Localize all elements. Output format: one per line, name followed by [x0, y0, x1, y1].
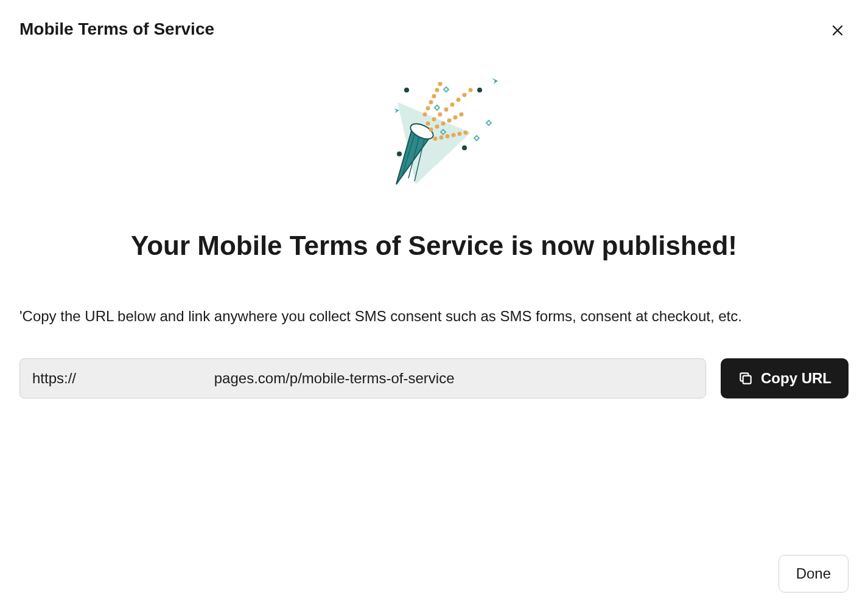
- svg-point-19: [426, 106, 430, 111]
- svg-point-30: [404, 88, 409, 92]
- svg-point-31: [477, 88, 482, 92]
- svg-point-13: [435, 125, 439, 129]
- svg-point-28: [458, 132, 462, 136]
- copy-url-button[interactable]: Copy URL: [721, 358, 849, 398]
- svg-point-17: [460, 113, 464, 117]
- svg-point-10: [463, 93, 467, 97]
- svg-point-7: [444, 108, 449, 112]
- svg-point-5: [432, 117, 436, 122]
- svg-point-12: [429, 128, 433, 132]
- close-icon: [829, 22, 846, 39]
- svg-point-9: [457, 98, 461, 102]
- modal-header: Mobile Terms of Service: [19, 19, 849, 41]
- modal-footer: Done: [19, 555, 849, 593]
- svg-point-32: [397, 151, 402, 156]
- svg-point-29: [464, 131, 468, 135]
- svg-point-16: [453, 116, 458, 120]
- svg-point-33: [462, 145, 467, 150]
- svg-point-25: [439, 136, 444, 140]
- svg-point-6: [438, 113, 443, 117]
- svg-point-24: [433, 137, 438, 141]
- url-row: Copy URL: [19, 358, 849, 398]
- close-button[interactable]: [827, 19, 849, 41]
- svg-rect-34: [743, 376, 751, 384]
- svg-point-4: [426, 122, 430, 126]
- svg-point-27: [452, 133, 456, 137]
- svg-point-20: [429, 100, 433, 105]
- svg-point-22: [435, 88, 439, 92]
- copy-icon: [738, 370, 754, 386]
- url-input[interactable]: [19, 358, 706, 398]
- svg-point-23: [438, 82, 443, 86]
- svg-point-11: [469, 88, 473, 92]
- svg-point-15: [447, 119, 452, 123]
- copy-button-label: Copy URL: [761, 370, 831, 387]
- modal-title: Mobile Terms of Service: [19, 19, 214, 39]
- svg-point-21: [432, 94, 436, 99]
- illustration-container: [19, 66, 849, 200]
- published-heading: Your Mobile Terms of Service is now publ…: [19, 230, 849, 262]
- done-button[interactable]: Done: [779, 555, 849, 593]
- description-text: 'Copy the URL below and link anywhere yo…: [19, 305, 849, 328]
- svg-point-14: [441, 122, 446, 126]
- svg-point-18: [423, 113, 427, 117]
- svg-point-26: [446, 134, 450, 139]
- modal-container: Mobile Terms of Service: [0, 0, 868, 612]
- svg-point-8: [450, 103, 455, 107]
- party-popper-illustration: [367, 66, 501, 200]
